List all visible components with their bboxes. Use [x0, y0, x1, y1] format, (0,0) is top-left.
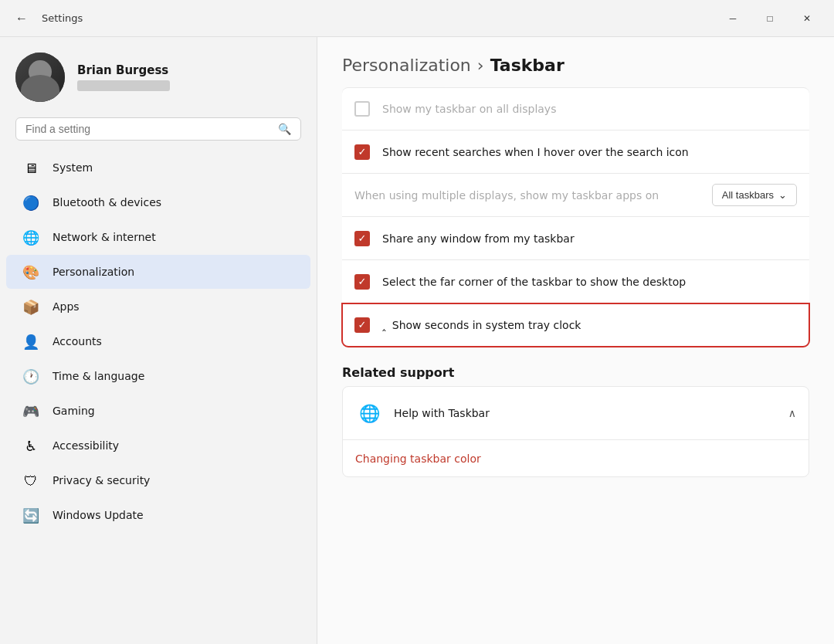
checkbox-all-displays[interactable] — [354, 101, 370, 117]
nav-icon-personalization: 🎨 — [22, 263, 40, 281]
label-show-seconds: Show seconds in system tray clock — [392, 319, 797, 331]
setting-row-far-corner[interactable]: Select the far corner of the taskbar to … — [342, 260, 809, 303]
sidebar: Brian Burgess 🔍 🖥 System 🔵 Bluetooth & d… — [0, 37, 317, 644]
profile-info: Brian Burgess — [77, 63, 301, 91]
label-all-displays: Show my taskbar on all displays — [382, 103, 797, 115]
setting-row-all-displays[interactable]: Show my taskbar on all displays — [342, 87, 809, 130]
sidebar-item-privacy[interactable]: 🛡 Privacy & security — [6, 463, 310, 497]
main-container: Brian Burgess 🔍 🖥 System 🔵 Bluetooth & d… — [0, 37, 834, 644]
nav-icon-update: 🔄 — [22, 506, 40, 524]
nav-icon-accessibility: ♿ — [22, 436, 40, 455]
title-bar-left: ← Settings — [9, 6, 715, 31]
help-taskbar-icon: 🌐 — [355, 399, 383, 427]
help-taskbar-label: Help with Taskbar — [394, 407, 788, 419]
multi-display-text: When using multiple displays, show my ta… — [354, 189, 712, 202]
sidebar-item-time[interactable]: 🕐 Time & language — [6, 359, 310, 393]
nav-icon-time: 🕐 — [22, 367, 40, 385]
checkbox-far-corner[interactable] — [354, 274, 370, 290]
checkbox-recent-searches[interactable] — [354, 144, 370, 160]
search-box: 🔍 — [15, 117, 301, 141]
nav-label-bluetooth: Bluetooth & devices — [53, 196, 161, 208]
nav-icon-bluetooth: 🔵 — [22, 193, 40, 212]
breadcrumb-parent: Personalization — [342, 56, 471, 75]
window-controls: ─ □ ✕ — [715, 6, 825, 31]
nav-label-accessibility: Accessibility — [53, 439, 119, 452]
nav-label-privacy: Privacy & security — [53, 474, 150, 486]
setting-row-share-window[interactable]: Share any window from my taskbar — [342, 217, 809, 260]
support-card: 🌐 Help with Taskbar ∧ Changing taskbar c… — [342, 386, 809, 477]
nav-label-apps: Apps — [53, 300, 80, 313]
sidebar-item-gaming[interactable]: 🎮 Gaming — [6, 394, 310, 428]
breadcrumb-separator: › — [477, 56, 484, 75]
label-recent-searches: Show recent searches when I hover over t… — [382, 146, 797, 158]
sidebar-item-accounts[interactable]: 👤 Accounts — [6, 324, 310, 358]
nav-icon-network: 🌐 — [22, 228, 40, 246]
setting-row-recent-searches[interactable]: Show recent searches when I hover over t… — [342, 130, 809, 174]
sidebar-item-bluetooth[interactable]: 🔵 Bluetooth & devices — [6, 185, 310, 219]
nav-icon-accounts: 👤 — [22, 332, 40, 351]
profile-section[interactable]: Brian Burgess — [0, 37, 317, 114]
nav-label-time: Time & language — [53, 370, 144, 382]
nav-icon-gaming: 🎮 — [22, 402, 40, 420]
search-icon: 🔍 — [278, 123, 291, 135]
related-section: Related support 🌐 Help with Taskbar ∧ Ch… — [342, 365, 809, 477]
nav-icon-system: 🖥 — [22, 158, 40, 177]
nav-label-update: Windows Update — [53, 509, 144, 521]
label-far-corner: Select the far corner of the taskbar to … — [382, 276, 797, 288]
sidebar-item-personalization[interactable]: 🎨 Personalization — [6, 255, 310, 289]
label-share-window: Share any window from my taskbar — [382, 232, 797, 245]
nav-label-gaming: Gaming — [53, 405, 95, 417]
close-button[interactable]: ✕ — [789, 6, 825, 31]
setting-row-show-seconds[interactable]: ‸ Show seconds in system tray clock — [342, 303, 809, 347]
content-header: Personalization › Taskbar — [317, 37, 834, 87]
related-title: Related support — [342, 365, 809, 380]
nav-label-accounts: Accounts — [53, 335, 102, 347]
nav-list: 🖥 System 🔵 Bluetooth & devices 🌐 Network… — [0, 150, 317, 533]
nav-label-personalization: Personalization — [53, 266, 134, 278]
help-taskbar-chevron-icon: ∧ — [788, 407, 796, 419]
nav-label-network: Network & internet — [53, 231, 156, 243]
minimize-button[interactable]: ─ — [715, 6, 751, 31]
back-button[interactable]: ← — [9, 6, 34, 31]
search-input[interactable] — [25, 123, 272, 135]
setting-row-multi-display: When using multiple displays, show my ta… — [342, 174, 809, 217]
breadcrumb: Personalization › Taskbar — [342, 56, 809, 75]
nav-icon-apps: 📦 — [22, 297, 40, 316]
changing-taskbar-color-link[interactable]: Changing taskbar color — [355, 452, 481, 465]
app-title: Settings — [42, 12, 83, 24]
nav-icon-privacy: 🛡 — [22, 471, 40, 490]
dropdown-label: All taskbars — [722, 189, 774, 201]
profile-email-blurred — [77, 80, 170, 91]
title-bar: ← Settings ─ □ ✕ — [0, 0, 834, 37]
settings-container: Show my taskbar on all displays Show rec… — [342, 87, 809, 347]
checkbox-show-seconds[interactable] — [354, 317, 370, 333]
sidebar-item-network[interactable]: 🌐 Network & internet — [6, 220, 310, 254]
checkbox-share-window[interactable] — [354, 231, 370, 246]
profile-name: Brian Burgess — [77, 63, 301, 77]
sidebar-item-accessibility[interactable]: ♿ Accessibility — [6, 429, 310, 463]
search-container: 🔍 — [0, 114, 317, 150]
maximize-button[interactable]: □ — [752, 6, 788, 31]
nav-label-system: System — [53, 161, 93, 174]
avatar — [15, 53, 65, 102]
support-links: Changing taskbar color — [343, 440, 809, 476]
help-taskbar-row[interactable]: 🌐 Help with Taskbar ∧ — [343, 387, 809, 440]
sidebar-item-system[interactable]: 🖥 System — [6, 151, 310, 185]
sidebar-item-update[interactable]: 🔄 Windows Update — [6, 498, 310, 532]
dropdown-chevron-icon: ⌄ — [778, 189, 787, 201]
all-taskbars-dropdown[interactable]: All taskbars ⌄ — [712, 184, 797, 206]
content-area: Personalization › Taskbar Show my taskba… — [317, 37, 834, 644]
cursor-indicator: ‸ — [382, 319, 386, 331]
breadcrumb-current: Taskbar — [490, 56, 564, 75]
settings-list: Show my taskbar on all displays Show rec… — [317, 87, 834, 644]
sidebar-item-apps[interactable]: 📦 Apps — [6, 290, 310, 324]
